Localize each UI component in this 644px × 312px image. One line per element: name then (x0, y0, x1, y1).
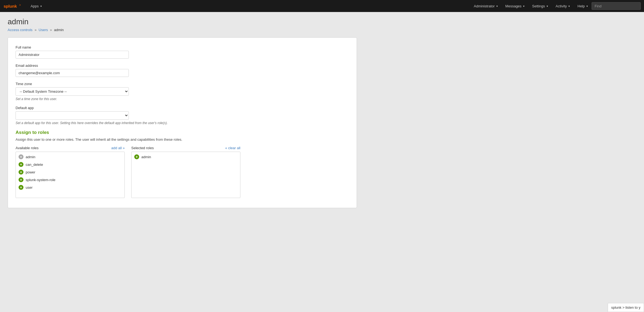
available-role-item[interactable]: +power (16, 168, 124, 176)
settings-chevron-icon: ▾ (547, 5, 548, 8)
role-add-icon: + (19, 177, 23, 182)
page-content: admin Access controls » Users » admin Fu… (0, 12, 644, 214)
top-navigation: splunk > Apps ▾ Administrator ▾ Messages… (0, 0, 644, 12)
settings-label: Settings (532, 4, 545, 8)
full-name-group: Full name (16, 45, 349, 59)
messages-menu[interactable]: Messages ▾ (502, 0, 528, 12)
timezone-hint: Set a time zone for this user. (16, 97, 349, 101)
default-app-label: Default app (16, 106, 349, 110)
role-name: power (26, 170, 35, 174)
timezone-group: Time zone -- Default System Timezone -- … (16, 82, 349, 101)
available-role-item[interactable]: +admin (16, 153, 124, 161)
email-input[interactable] (16, 69, 129, 77)
breadcrumb-sep-1: » (35, 28, 37, 32)
activity-chevron-icon: ▾ (568, 5, 570, 8)
full-name-label: Full name (16, 45, 349, 49)
roles-container: Available roles add all » +admin+can_del… (16, 146, 349, 198)
apps-label: Apps (31, 4, 39, 8)
timezone-select[interactable]: -- Default System Timezone -- (16, 87, 129, 96)
available-roles-title: Available roles (16, 146, 38, 150)
assign-roles-title: Assign to roles (16, 130, 349, 135)
selected-roles-list: +admin (131, 152, 240, 198)
svg-text:>: > (19, 3, 21, 7)
messages-chevron-icon: ▾ (523, 5, 524, 8)
selected-role-item[interactable]: +admin (132, 153, 240, 161)
selected-roles-header: Selected roles « clear all (131, 146, 240, 150)
svg-text:splunk: splunk (4, 4, 17, 8)
role-add-icon: + (19, 185, 23, 190)
apps-menu[interactable]: Apps ▾ (27, 0, 46, 12)
topnav-right: Administrator ▾ Messages ▾ Settings ▾ Ac… (470, 0, 641, 12)
administrator-label: Administrator (474, 4, 495, 8)
available-role-item[interactable]: +splunk-system-role (16, 176, 124, 184)
administrator-chevron-icon: ▾ (496, 5, 498, 8)
available-roles-header: Available roles add all » (16, 146, 125, 150)
available-roles-list: +admin+can_delete+power+splunk-system-ro… (16, 152, 125, 198)
breadcrumb: Access controls » Users » admin (8, 28, 636, 32)
breadcrumb-current: admin (54, 28, 64, 32)
breadcrumb-sep-2: » (50, 28, 52, 32)
role-add-icon: + (19, 162, 23, 167)
assign-roles-desc: Assign this user to one or more roles. T… (16, 137, 349, 142)
clear-all-link[interactable]: « clear all (225, 146, 240, 150)
role-name: splunk-system-role (26, 178, 55, 182)
messages-label: Messages (505, 4, 521, 8)
selected-roles-panel: Selected roles « clear all +admin (131, 146, 240, 198)
page-title: admin (8, 17, 636, 26)
find-input[interactable] (592, 2, 641, 10)
add-all-link[interactable]: add all » (111, 146, 125, 150)
form-card: Full name Email address Time zone -- Def… (8, 37, 357, 208)
help-menu[interactable]: Help ▾ (574, 0, 592, 12)
selected-roles-title: Selected roles (131, 146, 154, 150)
selected-role-icon: + (134, 154, 139, 159)
selected-role-name: admin (141, 155, 151, 159)
available-role-item[interactable]: +can_delete (16, 161, 124, 168)
default-app-group: Default app Set a default app for this u… (16, 106, 349, 125)
email-group: Email address (16, 64, 349, 77)
apps-chevron-icon: ▾ (40, 5, 42, 8)
available-role-item[interactable]: +user (16, 184, 124, 191)
available-roles-panel: Available roles add all » +admin+can_del… (16, 146, 125, 198)
breadcrumb-access-controls[interactable]: Access controls (8, 28, 32, 32)
role-name: can_delete (26, 163, 43, 167)
timezone-label: Time zone (16, 82, 349, 86)
help-chevron-icon: ▾ (586, 5, 588, 8)
splunk-logo[interactable]: splunk > (3, 2, 22, 10)
role-name: admin (26, 155, 35, 159)
default-app-hint: Set a default app for this user. Setting… (16, 121, 349, 125)
activity-menu[interactable]: Activity ▾ (552, 0, 574, 12)
administrator-menu[interactable]: Administrator ▾ (470, 0, 502, 12)
breadcrumb-users[interactable]: Users (39, 28, 48, 32)
settings-menu[interactable]: Settings ▾ (528, 0, 552, 12)
role-name: user (26, 185, 32, 190)
activity-label: Activity (556, 4, 567, 8)
role-add-icon: + (19, 170, 23, 175)
full-name-input[interactable] (16, 51, 129, 59)
email-label: Email address (16, 64, 349, 68)
role-disabled-icon: + (19, 154, 23, 159)
help-label: Help (577, 4, 585, 8)
default-app-select[interactable] (16, 111, 129, 120)
